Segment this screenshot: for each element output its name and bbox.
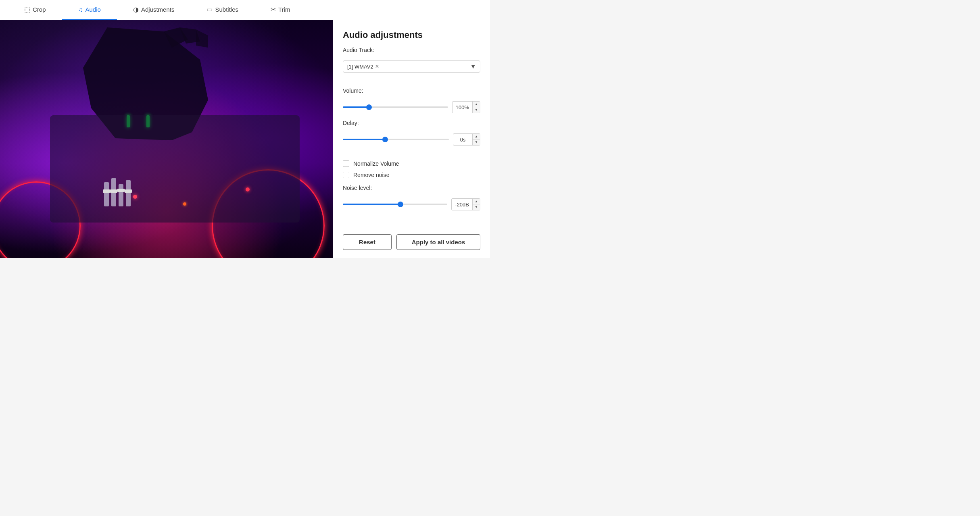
tab-subtitles[interactable]: ▭ Subtitles	[190, 0, 254, 20]
delay-label: Delay:	[343, 120, 480, 126]
tab-trim[interactable]: ✂ Trim	[254, 0, 306, 20]
noise-level-fill	[343, 204, 400, 205]
noise-level-slider[interactable]	[343, 204, 447, 205]
track-remove-button[interactable]: ✕	[375, 64, 379, 69]
dj-scene	[0, 20, 333, 258]
noise-level-label: Noise level:	[343, 185, 480, 191]
track-value: [1] WMAV2	[347, 64, 373, 70]
audio-track-label: Audio Track:	[343, 47, 480, 53]
noise-level-thumb[interactable]	[398, 202, 403, 207]
panel-title: Audio adjustments	[343, 30, 480, 40]
volume-thumb[interactable]	[366, 104, 372, 110]
reset-button[interactable]: Reset	[343, 234, 392, 250]
tab-adjustments[interactable]: ◑ Adjustments	[117, 0, 191, 20]
noise-level-down-button[interactable]: ▼	[473, 204, 480, 210]
crop-icon: ⬚	[24, 6, 30, 13]
delay-spin: ▲ ▼	[472, 134, 480, 145]
volume-fill	[343, 106, 369, 108]
tab-adjustments-label: Adjustments	[141, 6, 175, 13]
led-orange	[183, 202, 186, 206]
track-dropdown-arrow[interactable]: ▼	[470, 63, 476, 70]
checkbox-section: Normalize Volume Remove noise	[343, 160, 480, 178]
fader-group	[100, 162, 181, 210]
normalize-volume-checkbox[interactable]	[343, 160, 349, 167]
divider-2	[343, 153, 480, 153]
volume-value: 100%	[452, 103, 472, 112]
dj-background	[0, 20, 333, 258]
volume-label: Volume:	[343, 87, 480, 94]
led-red-2	[246, 187, 250, 191]
video-preview	[0, 20, 333, 258]
normalize-volume-label: Normalize Volume	[353, 160, 399, 167]
volume-spin: ▲ ▼	[472, 102, 480, 113]
button-row: Reset Apply to all videos	[343, 234, 480, 250]
tab-crop-label: Crop	[33, 6, 46, 13]
delay-value: 0s	[453, 135, 472, 144]
trim-icon: ✂	[271, 6, 276, 13]
audio-icon: ♫	[78, 6, 83, 13]
delay-slider[interactable]	[343, 139, 449, 140]
noise-level-spin: ▲ ▼	[472, 199, 480, 210]
delay-section: Delay: 0s ▲ ▼	[343, 120, 480, 146]
noise-level-value-box: -20dB ▲ ▼	[451, 198, 480, 210]
led-red	[133, 195, 137, 199]
remove-noise-label: Remove noise	[353, 172, 390, 178]
adjustments-icon: ◑	[133, 6, 139, 13]
top-nav: ⬚ Crop ♫ Audio ◑ Adjustments ▭ Subtitles…	[0, 0, 490, 20]
volume-value-box: 100% ▲ ▼	[452, 101, 480, 113]
volume-down-button[interactable]: ▼	[473, 107, 480, 113]
tab-audio[interactable]: ♫ Audio	[62, 0, 117, 20]
tab-subtitles-label: Subtitles	[215, 6, 238, 13]
noise-level-slider-row: -20dB ▲ ▼	[343, 198, 480, 210]
tab-crop[interactable]: ⬚ Crop	[8, 0, 62, 20]
delay-slider-row: 0s ▲ ▼	[343, 133, 480, 146]
noise-level-section: Noise level: -20dB ▲ ▼	[343, 185, 480, 210]
volume-up-button[interactable]: ▲	[473, 102, 480, 107]
volume-section: Volume: 100% ▲ ▼	[343, 87, 480, 113]
volume-slider[interactable]	[343, 106, 448, 108]
delay-fill	[343, 139, 385, 140]
delay-down-button[interactable]: ▼	[473, 139, 480, 145]
delay-value-box: 0s ▲ ▼	[453, 133, 480, 146]
main-content: Audio adjustments Audio Track: [1] WMAV2…	[0, 20, 490, 258]
volume-slider-row: 100% ▲ ▼	[343, 101, 480, 113]
tab-audio-label: Audio	[85, 6, 101, 13]
normalize-volume-row[interactable]: Normalize Volume	[343, 160, 480, 167]
right-panel: Audio adjustments Audio Track: [1] WMAV2…	[333, 20, 490, 258]
tab-trim-label: Trim	[278, 6, 290, 13]
delay-up-button[interactable]: ▲	[473, 134, 480, 139]
delay-thumb[interactable]	[382, 137, 388, 142]
track-tag: [1] WMAV2 ✕	[347, 64, 379, 70]
noise-level-up-button[interactable]: ▲	[473, 199, 480, 204]
remove-noise-row[interactable]: Remove noise	[343, 172, 480, 178]
apply-to-all-button[interactable]: Apply to all videos	[396, 234, 480, 250]
audio-track-select[interactable]: [1] WMAV2 ✕ ▼	[343, 60, 480, 73]
divider-1	[343, 80, 480, 80]
subtitles-icon: ▭	[206, 6, 213, 13]
audio-track-section: Audio Track: [1] WMAV2 ✕ ▼	[343, 47, 480, 73]
noise-level-value: -20dB	[452, 200, 472, 209]
remove-noise-checkbox[interactable]	[343, 172, 349, 178]
